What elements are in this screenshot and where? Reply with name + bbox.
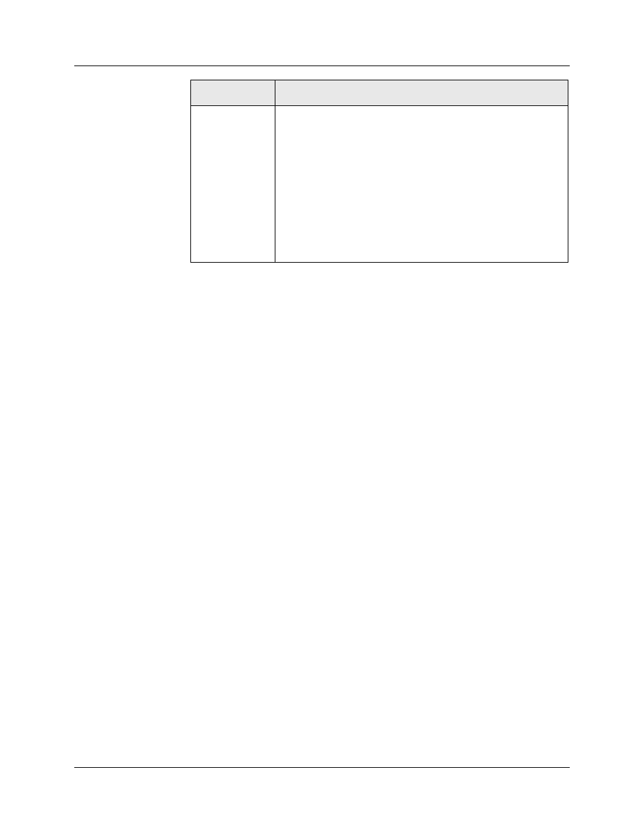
top-horizontal-rule	[74, 66, 570, 66]
table-header-row	[191, 80, 568, 106]
table-header-cell	[275, 80, 568, 106]
page-content	[74, 0, 570, 834]
data-table	[190, 80, 568, 263]
table-header-cell	[191, 80, 275, 106]
bottom-horizontal-rule	[74, 767, 570, 768]
table-cell	[275, 106, 568, 263]
table-cell	[191, 106, 275, 263]
table-row	[191, 106, 568, 263]
